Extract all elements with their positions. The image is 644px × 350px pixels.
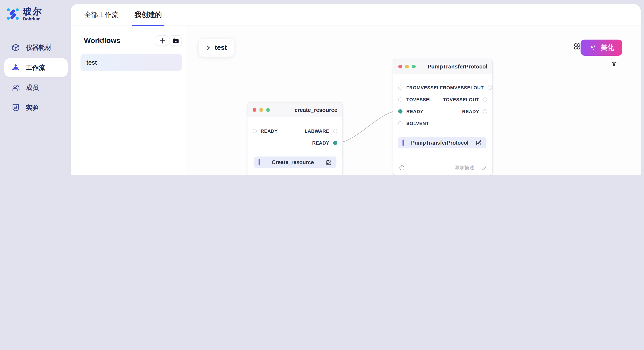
main-container: 全部工作流 我创建的 Workflows xyxy=(71,4,640,175)
sidebar-item-label: 仪器耗材 xyxy=(26,44,52,52)
node-header: PumpTransferProtocol xyxy=(393,59,492,74)
node-action-pill[interactable]: PumpTransferProtocol xyxy=(398,137,486,149)
experiment-icon xyxy=(12,103,20,112)
box-icon xyxy=(12,43,20,52)
sparkles-icon xyxy=(589,44,597,52)
traffic-dot-yellow[interactable] xyxy=(405,64,409,68)
sidebar-nav: 仪器耗材 工作流 xyxy=(0,38,71,117)
workflow-canvas[interactable]: test xyxy=(186,26,640,175)
port-dot[interactable] xyxy=(488,85,492,90)
port-dot[interactable] xyxy=(483,97,487,102)
input-port-ready[interactable]: READY xyxy=(398,109,423,114)
sidebar-item-label: 成员 xyxy=(26,84,39,92)
workflow-list-item[interactable]: test xyxy=(80,54,182,71)
node-title: PumpTransferProtocol xyxy=(428,63,487,70)
traffic-dot-green[interactable] xyxy=(266,108,270,112)
port-dot[interactable] xyxy=(483,109,487,114)
port-dot[interactable] xyxy=(398,85,402,90)
import-folder-button[interactable] xyxy=(170,35,182,46)
tab-all-workflows[interactable]: 全部工作流 xyxy=(84,11,118,25)
edit-icon[interactable] xyxy=(326,159,332,165)
sidebar: 玻尔 Bohrium 仪器耗材 xyxy=(0,0,71,175)
layout-grid-icon[interactable] xyxy=(573,42,581,50)
add-workflow-button[interactable] xyxy=(156,35,168,46)
brand-text: 玻尔 Bohrium xyxy=(23,7,42,21)
filter-icon[interactable] xyxy=(611,61,618,68)
node-title: create_resource xyxy=(294,107,337,113)
sidebar-item-experiments[interactable]: 实验 xyxy=(4,98,68,117)
input-port-tovessel[interactable]: TOVESSEL xyxy=(398,97,432,102)
brand-name: 玻尔 xyxy=(23,7,42,16)
traffic-dot-yellow[interactable] xyxy=(260,108,263,112)
pencil-icon[interactable] xyxy=(482,165,487,171)
node-header: create_resource xyxy=(248,103,342,117)
members-icon xyxy=(12,83,20,92)
output-port-ready[interactable]: READY xyxy=(462,109,487,114)
brand-subtitle: Bohrium xyxy=(23,16,42,21)
input-port-ready[interactable]: READY xyxy=(252,128,278,134)
traffic-dot-green[interactable] xyxy=(412,64,416,68)
node-pump-transfer-protocol[interactable]: PumpTransferProtocol FROMVESSEL FROMVESS… xyxy=(393,59,493,175)
input-port-fromvessel[interactable]: FROMVESSEL xyxy=(398,85,440,90)
sidebar-item-instruments[interactable]: 仪器耗材 xyxy=(4,38,68,57)
port-dot-connected[interactable] xyxy=(333,141,337,145)
input-port-solvent[interactable]: SOLVENT xyxy=(398,121,429,126)
sidebar-item-label: 工作流 xyxy=(26,64,45,72)
workflow-name: test xyxy=(86,59,97,66)
breadcrumb[interactable]: test xyxy=(199,39,234,57)
output-port-ready[interactable]: READY xyxy=(312,140,337,146)
beautify-label: 美化 xyxy=(600,43,614,52)
sidebar-item-members[interactable]: 成员 xyxy=(4,78,68,97)
sidebar-item-label: 实验 xyxy=(26,104,39,112)
description-placeholder[interactable]: 添加描述... xyxy=(455,165,478,171)
app-root: 玻尔 Bohrium 仪器耗材 xyxy=(0,0,644,175)
sidebar-item-workflow[interactable]: 工作流 xyxy=(4,58,68,77)
output-port-tovesselout[interactable]: TOVESSELOUT xyxy=(443,97,487,102)
tab-created-by-me[interactable]: 我创建的 xyxy=(134,11,162,25)
output-port-fromvesselout[interactable]: FROMVESSELOUT xyxy=(440,85,492,90)
port-dot[interactable] xyxy=(333,129,337,133)
bohrium-logo-icon xyxy=(6,8,19,20)
edit-icon[interactable] xyxy=(476,140,482,146)
brand-logo[interactable]: 玻尔 Bohrium xyxy=(0,0,71,21)
beautify-button[interactable]: 美化 xyxy=(580,39,622,56)
workflow-panel: Workflows xyxy=(71,26,186,175)
node-action-pill[interactable]: Create_resource xyxy=(254,157,336,168)
port-dot[interactable] xyxy=(252,129,257,133)
traffic-dot-red[interactable] xyxy=(398,64,402,68)
traffic-dot-red[interactable] xyxy=(252,108,256,112)
info-icon[interactable] xyxy=(399,165,405,171)
tabbar: 全部工作流 我创建的 xyxy=(71,4,640,26)
panel-title: Workflows xyxy=(84,36,120,45)
chevron-right-icon xyxy=(206,45,210,50)
port-dot[interactable] xyxy=(398,97,402,102)
output-port-labware[interactable]: LABWARE xyxy=(305,128,337,134)
port-dot[interactable] xyxy=(398,121,402,126)
breadcrumb-label: test xyxy=(215,44,227,51)
node-create-resource[interactable]: create_resource READY LABWARE xyxy=(247,102,343,175)
workflow-icon xyxy=(12,63,20,72)
port-dot-connected[interactable] xyxy=(398,109,402,114)
